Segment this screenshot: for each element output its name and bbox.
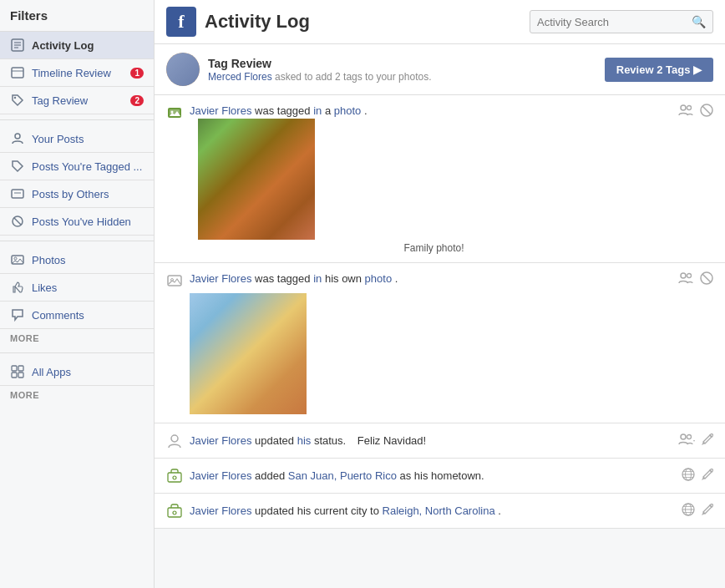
activity-item-2-user[interactable]: Javier Flores xyxy=(190,272,251,285)
activity-item-2-actions xyxy=(678,271,713,287)
sidebar-item-posts-tagged[interactable]: Posts You're Tagged ... xyxy=(0,153,154,180)
search-icon[interactable]: 🔍 xyxy=(692,15,706,28)
svg-line-11 xyxy=(14,218,21,225)
activity-item-3-status: Feliz Navidad! xyxy=(357,434,426,447)
svg-rect-14 xyxy=(12,366,17,371)
sidebar-more-1[interactable]: MORE xyxy=(0,329,154,347)
activity-item-1-photo-link[interactable]: photo xyxy=(334,104,362,117)
svg-rect-4 xyxy=(12,68,23,78)
sidebar-item-photos[interactable]: Photos xyxy=(0,246,154,274)
activity-item-5-icon xyxy=(166,503,183,520)
globe-icon-5 xyxy=(682,503,695,519)
activity-item-3-user[interactable]: Javier Flores xyxy=(190,434,251,447)
sidebar-header: Filters xyxy=(0,0,154,32)
posts-by-others-label: Posts by Others xyxy=(32,188,144,200)
svg-line-30 xyxy=(702,274,711,282)
tag-review-avatar xyxy=(166,53,200,86)
svg-point-33 xyxy=(687,435,692,439)
tag-review-avatar-image xyxy=(166,53,200,86)
activity-item-4-actions xyxy=(682,468,713,484)
activity-item-4-content: Javier Flores added San Juan, Puerto Ric… xyxy=(190,469,673,484)
tag-review-label: Tag Review xyxy=(32,94,130,107)
activity-item-3: Javier Flores updated his status. Feliz … xyxy=(155,423,725,459)
sidebar-item-activity-log[interactable]: Activity Log xyxy=(0,32,154,59)
activity-item-2-photo-link[interactable]: photo xyxy=(365,272,393,285)
activity-item-1-actions xyxy=(678,104,713,119)
activity-item-4-user[interactable]: Javier Flores xyxy=(190,469,251,482)
globe-icon-4 xyxy=(682,468,695,484)
activity-item-4: Javier Flores added San Juan, Puerto Ric… xyxy=(155,459,725,494)
likes-label: Likes xyxy=(32,281,144,294)
activity-item-4-text: Javier Flores added San Juan, Puerto Ric… xyxy=(190,469,673,484)
activity-item-5-text: Javier Flores updated his current city t… xyxy=(190,504,673,519)
activity-item-2-photo xyxy=(190,293,307,414)
comments-label: Comments xyxy=(32,309,144,322)
block-icon-1[interactable] xyxy=(700,104,713,119)
activity-item-5-actions xyxy=(682,503,713,519)
activity-item-3-content: Javier Flores updated his status. Feliz … xyxy=(190,433,670,449)
svg-point-21 xyxy=(681,105,686,110)
svg-line-24 xyxy=(702,106,711,114)
svg-point-32 xyxy=(681,434,686,439)
activity-item-2-icon xyxy=(166,272,183,289)
activity-log-label: Activity Log xyxy=(32,39,144,52)
activity-item-3-text: Javier Flores updated his status. Feliz … xyxy=(190,433,670,449)
activity-item-2-content: Javier Flores was tagged in his own phot… xyxy=(190,271,670,414)
all-apps-icon xyxy=(10,364,25,379)
svg-rect-8 xyxy=(12,190,23,198)
sidebar-item-posts-by-others[interactable]: Posts by Others xyxy=(0,180,154,208)
activity-item-1-content: Javier Flores was tagged in a photo . Fa… xyxy=(190,104,670,254)
comments-icon xyxy=(10,307,25,322)
people-icon-2[interactable] xyxy=(678,272,693,286)
activity-item-1: Javier Flores was tagged in a photo . Fa… xyxy=(155,95,725,263)
sidebar-more-2[interactable]: MORE xyxy=(0,386,154,404)
edit-icon-4[interactable] xyxy=(702,469,713,483)
svg-point-31 xyxy=(171,435,178,442)
posts-hidden-label: Posts You've Hidden xyxy=(32,215,144,228)
activity-item-5-location[interactable]: Raleigh, North Carolina xyxy=(383,504,495,517)
sidebar-item-timeline-review[interactable]: Timeline Review 1 xyxy=(0,59,154,87)
feed-area: Tag Review Merced Flores asked to add 2 … xyxy=(155,44,725,588)
tag-review-requester[interactable]: Merced Flores xyxy=(208,71,272,83)
sidebar-item-tag-review[interactable]: Tag Review 2 xyxy=(0,87,154,114)
tag-review-info: Tag Review Merced Flores asked to add 2 … xyxy=(208,57,605,83)
activity-item-1-user[interactable]: Javier Flores xyxy=(190,104,251,117)
people-dropdown-icon-3[interactable] xyxy=(678,433,695,448)
search-input[interactable] xyxy=(537,16,692,28)
activity-item-5-user[interactable]: Javier Flores xyxy=(190,504,251,517)
main-header: f Activity Log 🔍 xyxy=(155,0,725,44)
edit-icon-5[interactable] xyxy=(702,504,713,518)
tag-review-title: Tag Review xyxy=(208,57,605,70)
svg-point-13 xyxy=(14,257,17,260)
activity-item-4-icon xyxy=(166,468,183,484)
posts-by-others-icon xyxy=(10,186,25,201)
timeline-review-icon xyxy=(10,65,25,80)
sidebar-item-your-posts[interactable]: Your Posts xyxy=(0,125,154,153)
sidebar-item-likes[interactable]: Likes xyxy=(0,274,154,302)
edit-icon-3[interactable] xyxy=(702,433,713,448)
review-tags-button[interactable]: Review 2 Tags ▶ xyxy=(605,58,713,82)
timeline-review-badge: 1 xyxy=(130,68,144,79)
page-title: Activity Log xyxy=(205,11,530,33)
sidebar-item-posts-hidden[interactable]: Posts You've Hidden xyxy=(0,208,154,236)
sidebar-item-all-apps[interactable]: All Apps xyxy=(0,358,154,386)
tag-review-icon xyxy=(10,93,25,108)
search-box[interactable]: 🔍 xyxy=(530,10,713,33)
activity-item-5-content: Javier Flores updated his current city t… xyxy=(190,504,673,519)
svg-rect-34 xyxy=(168,473,181,482)
activity-item-4-location[interactable]: San Juan, Puerto Rico xyxy=(288,469,397,482)
activity-log-icon xyxy=(10,38,25,53)
posts-tagged-icon xyxy=(10,159,25,174)
svg-rect-41 xyxy=(168,508,181,517)
svg-rect-16 xyxy=(12,373,17,378)
main-content: f Activity Log 🔍 Tag Review Merced Flore… xyxy=(155,0,725,588)
activity-item-5: Javier Flores updated his current city t… xyxy=(155,494,725,529)
svg-point-28 xyxy=(687,274,692,278)
sidebar-item-comments[interactable]: Comments xyxy=(0,302,154,329)
people-icon-1[interactable] xyxy=(678,104,693,119)
activity-item-2: Javier Flores was tagged in his own phot… xyxy=(155,263,725,423)
svg-point-6 xyxy=(14,97,16,99)
svg-point-27 xyxy=(681,273,686,278)
photos-icon xyxy=(10,252,25,267)
block-icon-2[interactable] xyxy=(700,271,713,287)
